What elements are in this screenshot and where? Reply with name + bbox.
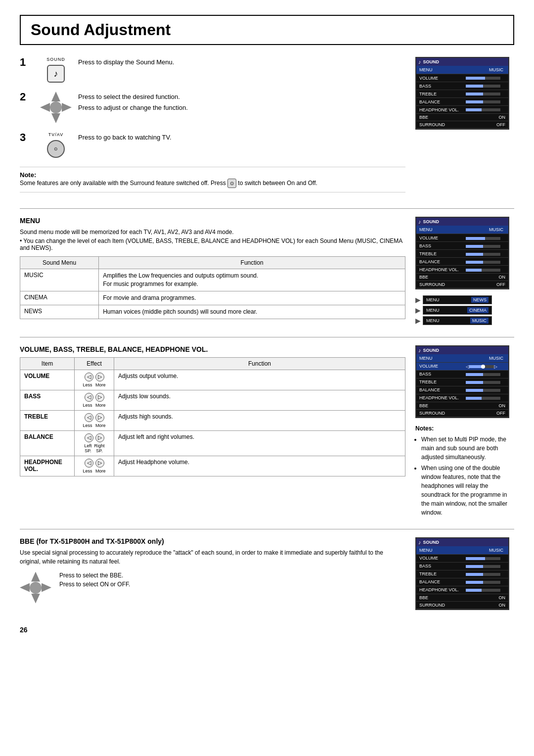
step-2-number: 2 xyxy=(20,92,34,102)
vol-function: Adjusts low sounds. xyxy=(114,390,405,410)
vol-function: Adjusts output volume. xyxy=(114,370,405,390)
step-2-icon-col xyxy=(39,92,73,123)
screen-row: BASS xyxy=(416,371,508,378)
volume-table: Item Effect Function VOLUME◁▷LessMoreAdj… xyxy=(20,357,405,476)
mini-screen: MENUMUSIC xyxy=(423,316,492,325)
step-3-text: Press to go back to watching TV. xyxy=(78,132,405,144)
menu-arrow-row: ▶MENUNEWS xyxy=(415,295,509,304)
volume-heading: VOLUME, BASS, TREBLE, BALANCE, HEADPHONE… xyxy=(20,345,405,353)
note-item: When using one of the double window feat… xyxy=(421,464,514,517)
screen-row: BBEON xyxy=(416,274,508,281)
surround-button-inline: ⊙ xyxy=(227,179,236,188)
screen-4: ♪SOUNDMENUMUSICVOLUMEBASSTREBLEBALANCEHE… xyxy=(415,537,509,610)
vol-item: BALANCE xyxy=(20,430,75,456)
table-row: MUSICAmplifies the Low frequencies and o… xyxy=(20,269,405,291)
screen-row: MENUMUSIC xyxy=(416,546,508,555)
screen-3-area: ♪SOUNDMENUMUSICVOLUME◁▷BASSTREBLEBALANCE… xyxy=(415,345,514,519)
note-item: When set to Multi PIP mode, the main and… xyxy=(421,435,514,462)
screen-row: BALANCE xyxy=(416,98,508,106)
vol-function: Adjust Headphone volume. xyxy=(114,456,405,476)
table-row: NEWSHuman voices (middle pitch sounds) w… xyxy=(20,305,405,319)
screen-row: VOLUME xyxy=(416,555,508,563)
screen-2-area: ♪SOUNDMENUMUSICVOLUMEBASSTREBLEBALANCEHE… xyxy=(415,217,514,327)
menu-desc2: • You can change the level of each Item … xyxy=(20,237,405,251)
notes-title: Notes: xyxy=(415,424,514,433)
vol-item: TREBLE xyxy=(20,410,75,430)
screen-row: VOLUME xyxy=(416,74,508,82)
step-2: 2 Press to select the desired function. … xyxy=(20,92,405,123)
screen-row: TREBLE xyxy=(416,570,508,578)
screen-row: BALANCE xyxy=(416,578,508,586)
menu-arrow-row: ▶MENUMUSIC xyxy=(415,316,509,325)
bbe-step2-text: Press to select ON or OFF. xyxy=(59,581,130,588)
screen-row: TREBLE xyxy=(416,250,508,258)
table-row: HEADPHONE VOL.◁▷LessMoreAdjust Headphone… xyxy=(20,456,405,476)
screen-row: BASS xyxy=(416,82,508,90)
page-title: Sound Adjustment xyxy=(20,15,514,45)
menu-arrow-row: ▶MENUCINEMA xyxy=(415,306,509,315)
sound-label: SOUND xyxy=(46,57,65,62)
menu-cell-name: NEWS xyxy=(20,305,99,319)
note-text: Some features are only available with th… xyxy=(20,179,405,188)
step-2-text: Press to select the desired function. Pr… xyxy=(78,92,405,114)
volume-section: VOLUME, BASS, TREBLE, BALANCE, HEADPHONE… xyxy=(20,345,514,519)
menu-cell-name: MUSIC xyxy=(20,269,99,291)
screen-row: MENUMUSIC xyxy=(416,354,508,363)
vol-effect: ◁▷Left SP.Right SP. xyxy=(75,430,114,456)
section-divider-3 xyxy=(20,529,514,529)
vol-col-item: Item xyxy=(20,357,75,370)
screen-row: SURROUNDON xyxy=(416,602,508,609)
step-1-icon-col: SOUND ♪ xyxy=(39,57,73,83)
mini-screen: MENUNEWS xyxy=(423,295,492,304)
table-row: TREBLE◁▷LessMoreAdjusts high sounds. xyxy=(20,410,405,430)
page-number: 26 xyxy=(20,626,514,634)
screen-row: MENUMUSIC xyxy=(416,226,508,234)
screen-row: BASS xyxy=(416,563,508,570)
vol-effect: ◁▷LessMore xyxy=(75,410,114,430)
dpad-icon xyxy=(40,92,72,123)
screen-row: TREBLE xyxy=(416,90,508,98)
tvav-label: TV/AV xyxy=(48,132,63,137)
bbe-title: BBE (for TX-51P800H and TX-51P800X only) xyxy=(20,537,405,545)
bbe-description: Use special signal processing to accurat… xyxy=(20,548,405,566)
notes-list: When set to Multi PIP mode, the main and… xyxy=(415,435,514,517)
bbe-title-bold: BBE xyxy=(20,537,35,545)
screen-1-container: ♪SOUNDMENUMUSICVOLUMEBASSTREBLEBALANCEHE… xyxy=(415,57,514,200)
bbe-step1-text: Press to select the BBE. xyxy=(59,572,130,579)
bbe-layout: Use special signal processing to accurat… xyxy=(20,548,405,566)
screen-row: BBEON xyxy=(416,402,508,410)
menu-cell-function: For movie and drama programmes. xyxy=(99,291,405,305)
screen-row: BBEON xyxy=(416,114,508,121)
sound-button-icon: ♪ xyxy=(47,65,65,83)
table-row: VOLUME◁▷LessMoreAdjusts output volume. xyxy=(20,370,405,390)
menu-cell-name: CINEMA xyxy=(20,291,99,305)
step-3-icon-col: TV/AV ⊙ xyxy=(39,132,73,158)
table-row: BASS◁▷LessMoreAdjusts low sounds. xyxy=(20,390,405,410)
bbe-steps: Press to select the BBE. Press to select… xyxy=(20,572,405,604)
screen-4-area: ♪SOUNDMENUMUSICVOLUMEBASSTREBLEBALANCEHE… xyxy=(415,537,514,616)
screen-row: TREBLE xyxy=(416,378,508,386)
bbe-section: BBE (for TX-51P800H and TX-51P800X only)… xyxy=(20,537,514,616)
notes-bottom: Notes: When set to Multi PIP mode, the m… xyxy=(415,424,514,517)
menu-cell-function: Human voices (middle pitch sounds) will … xyxy=(99,305,405,319)
bbe-dpad-icon xyxy=(20,572,51,604)
mini-screen: MENUCINEMA xyxy=(423,306,492,315)
screen-row: SURROUNDOFF xyxy=(416,410,508,417)
vol-function: Adjust left and right volumes. xyxy=(114,430,405,456)
vol-effect: ◁▷LessMore xyxy=(75,370,114,390)
step-3-number: 3 xyxy=(20,132,34,143)
step-1-number: 1 xyxy=(20,57,34,68)
screen-row: VOLUME xyxy=(416,234,508,242)
screen-row: MENUMUSIC xyxy=(416,66,508,74)
step-3: 3 TV/AV ⊙ Press to go back to watching T… xyxy=(20,132,405,158)
screen-row: SURROUNDOFF xyxy=(416,281,508,288)
table-row: CINEMAFor movie and drama programmes. xyxy=(20,291,405,305)
screen-1: ♪SOUNDMENUMUSICVOLUMEBASSTREBLEBALANCEHE… xyxy=(415,57,509,130)
menu-col-function: Function xyxy=(99,257,405,269)
menu-arrows: ▶MENUNEWS▶MENUCINEMA▶MENUMUSIC xyxy=(415,295,509,325)
screen-row: BALANCE xyxy=(416,258,508,266)
note-title: Note: xyxy=(20,171,405,179)
vol-item: BASS xyxy=(20,390,75,410)
screen-row: VOLUME◁▷ xyxy=(416,363,508,371)
section-divider-1 xyxy=(20,208,514,209)
